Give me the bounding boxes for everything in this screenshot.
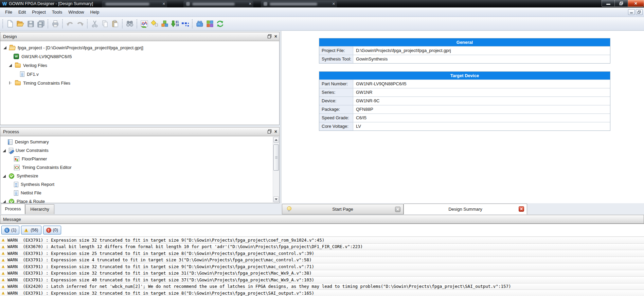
warning-icon (2, 278, 5, 281)
save-button[interactable] (25, 19, 36, 29)
window-controls: × (602, 0, 644, 7)
ip-core-generator-button[interactable] (195, 19, 205, 29)
tab-design-summary[interactable]: Design Summary ✕ (404, 204, 527, 214)
new-file-button[interactable] (5, 19, 15, 29)
menu-window[interactable]: Window (65, 8, 87, 16)
message-row[interactable]: WARN (EX3670) : Actual bit length 12 dif… (0, 244, 644, 250)
error-filter-button[interactable]: (0) (43, 226, 61, 234)
ip-core-generator-icon (196, 20, 204, 28)
warning-icon (2, 272, 5, 275)
redo-button[interactable] (75, 19, 85, 29)
expanded-icon[interactable] (8, 63, 13, 67)
tree-item-label: Verilog Files (23, 63, 47, 68)
tab-start-page[interactable]: Start Page ✕ (282, 204, 404, 214)
menu-project[interactable]: Project (29, 8, 49, 16)
synthesize-button[interactable] (160, 19, 170, 29)
message-row[interactable]: WARN (EX3791) : Expression size 40 trunc… (0, 277, 644, 283)
open-project-button[interactable] (15, 19, 25, 29)
tree-item-verilog-files[interactable]: Verilog Files (0, 61, 279, 70)
message-row[interactable]: WARN (EX3791) : Expression size 32 trunc… (0, 270, 644, 277)
process-item-netlist-file[interactable]: Netlist File (0, 189, 279, 197)
simulation-wave-button[interactable] (139, 19, 149, 29)
message-text: WARN (EX3791) : Expression size 32 trunc… (7, 270, 312, 276)
tab-process[interactable]: Process (1, 204, 25, 214)
message-row[interactable]: WARN (EX3791) : Expression size 32 trunc… (0, 290, 644, 296)
message-row[interactable]: WARN (EX2420) : Latch inferred for net '… (0, 283, 644, 290)
save-all-button[interactable] (36, 19, 46, 29)
process-item-label: Design Summary (15, 139, 49, 144)
tree-item-device[interactable]: GW1NR-LV9QN88PC6/I5 (0, 52, 279, 61)
expanded-icon[interactable] (2, 149, 6, 153)
tree-item-df1[interactable]: DF1.v (0, 70, 279, 79)
scrollbar-thumb[interactable] (273, 144, 279, 171)
netlist-icon: 01 10 (171, 20, 179, 28)
close-icon: ✕ (520, 207, 523, 211)
tab-close-button[interactable]: ✕ (395, 207, 400, 212)
toolbar: 01 10 (0, 17, 644, 31)
error-count: (0) (53, 228, 58, 232)
tab-close-button[interactable]: ✕ (519, 206, 524, 212)
close-icon: × (274, 129, 277, 134)
process-item-design-summary[interactable]: Design Summary (0, 138, 279, 146)
menu-help[interactable]: Help (87, 8, 102, 16)
design-flow-button[interactable] (149, 19, 160, 29)
process-item-synthesis-report[interactable]: Synthesis Report (0, 180, 279, 189)
new-file-icon (6, 20, 14, 28)
table-row: Project File: D:\Gowin\Projects\fpga_pro… (319, 46, 610, 55)
process-item-floorplanner[interactable]: FloorPlanner (0, 155, 279, 163)
scroll-up-button[interactable] (273, 137, 279, 143)
process-scrollbar[interactable] (273, 137, 279, 203)
message-text: WARN (EX2420) : Latch inferred for net '… (7, 283, 511, 290)
toolbar-separator (62, 19, 63, 28)
message-row[interactable]: WARN (EX3791) : Expression size 32 trunc… (0, 263, 644, 270)
tree-item-timing-constraints-files[interactable]: Timing Constraints Files (0, 79, 279, 87)
warning-filter-button[interactable]: (56) (21, 226, 41, 234)
restore-button[interactable] (615, 0, 628, 7)
close-button[interactable]: × (628, 0, 644, 7)
netlist-button[interactable]: 01 10 (170, 19, 180, 29)
expanded-icon[interactable] (2, 174, 6, 178)
menu-tools[interactable]: Tools (49, 8, 65, 16)
floorplanner-button[interactable] (205, 19, 215, 29)
message-text: WARN (EX3791) : Expression size 32 trunc… (7, 237, 324, 243)
svg-text:10: 10 (176, 24, 179, 27)
place-route-dots-button[interactable] (180, 19, 190, 29)
tab-hierarchy[interactable]: Hierarchy (25, 204, 54, 214)
close-icon: × (274, 34, 277, 39)
expanded-icon[interactable] (3, 46, 7, 50)
scroll-down-button[interactable] (273, 196, 279, 202)
info-count: (1) (11, 228, 16, 232)
message-row[interactable]: WARN (EX3791) : Expression size 4 trunca… (0, 257, 644, 264)
process-item-timing-editor[interactable]: Timing Constraints Editor (0, 163, 279, 172)
paste-button[interactable] (110, 19, 120, 29)
message-row[interactable]: WARN (EX3791) : Expression size 25 trunc… (0, 250, 644, 257)
design-panel-header: Design × (0, 32, 280, 41)
row-label: Speed Grade: (319, 114, 353, 122)
mdi-minimize-button[interactable] (628, 9, 635, 15)
row-value: C6/I5 (353, 114, 610, 122)
table-row: Series: GW1NR (319, 88, 610, 97)
info-filter-button[interactable]: (1) (1, 226, 19, 234)
design-panel-float-button[interactable] (267, 34, 272, 39)
minimize-button[interactable] (602, 0, 615, 7)
refresh-button[interactable] (215, 19, 225, 29)
open-project-icon (16, 20, 24, 28)
copy-button[interactable] (100, 19, 110, 29)
tree-item-project[interactable]: fpga_project - [D:\Gowin\Projects\fpga_p… (0, 43, 279, 52)
process-item-user-constraints[interactable]: User Constraints (0, 146, 279, 155)
print-button[interactable] (50, 19, 60, 29)
process-item-synthesize[interactable]: Synthesize (0, 172, 279, 180)
collapsed-icon[interactable] (8, 81, 13, 85)
message-row[interactable]: WARN (EX3791) : Expression size 32 trunc… (0, 237, 644, 244)
cut-button[interactable] (90, 19, 100, 29)
process-panel-float-button[interactable] (267, 129, 272, 134)
expanded-icon[interactable] (2, 199, 6, 204)
process-item-place-route[interactable]: Place & Route (0, 197, 279, 203)
menu-edit[interactable]: Edit (15, 8, 29, 16)
process-panel-close-button[interactable]: × (274, 129, 277, 134)
menu-file[interactable]: File (2, 8, 15, 16)
mdi-restore-button[interactable] (636, 9, 643, 15)
find-button[interactable] (125, 19, 135, 29)
undo-button[interactable] (65, 19, 75, 29)
design-panel-close-button[interactable]: × (274, 34, 277, 39)
